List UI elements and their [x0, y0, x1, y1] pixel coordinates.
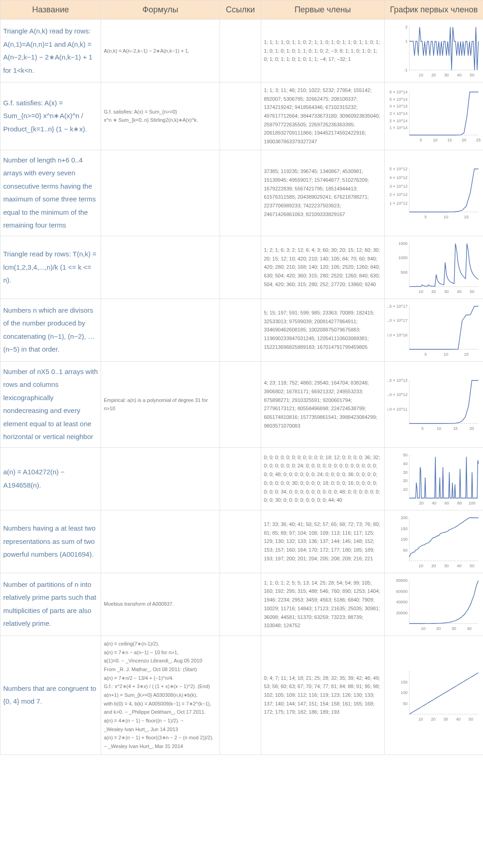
sequence-formula: Moebius transform of A000837.: [101, 573, 220, 635]
header-refs[interactable]: Ссылки: [220, 0, 261, 20]
svg-text:10: 10: [444, 352, 448, 357]
svg-text:40: 40: [457, 564, 462, 568]
table-row: Number of partitions of n into relativel…: [0, 573, 483, 635]
svg-text:10: 10: [419, 717, 423, 722]
sequence-name[interactable]: Triangle read by rows: T(n,k) = lcm(1,2,…: [0, 236, 101, 298]
sequence-terms: 0; 4; 7; 11; 14; 18; 21; 25; 28; 32; 35;…: [261, 635, 385, 754]
sequence-graph: 51015205.0 × 10^111.0 × 10^121.5 × 10^12: [385, 361, 483, 447]
sequence-terms: 17; 33; 36; 40; 41; 50; 52; 57; 65; 68; …: [261, 510, 385, 573]
sequence-terms: 4; 23; 118; 752; 4860; 29540; 164704; 83…: [261, 361, 385, 447]
svg-text:1 × 10^14: 1 × 10^14: [389, 126, 408, 130]
sequence-name[interactable]: Number of length n+6 0..4 arrays with ev…: [0, 150, 101, 236]
sequence-graph: 5101520251 × 10^142 × 10^143 × 10^144 × …: [385, 82, 483, 150]
svg-text:50: 50: [403, 453, 408, 457]
svg-text:100: 100: [469, 501, 476, 505]
svg-text:40: 40: [467, 626, 472, 631]
sequence-formula: [101, 510, 220, 573]
header-graph[interactable]: График первых членов: [385, 0, 483, 20]
table-row: Triangle read by rows: T(n,k) = lcm(1,2,…: [0, 236, 483, 298]
sequence-graph: 204060801001020304050: [385, 447, 483, 510]
svg-text:15: 15: [453, 426, 458, 431]
svg-text:100: 100: [401, 537, 408, 542]
table-row: Number of length n+6 0..4 arrays with ev…: [0, 150, 483, 236]
sequence-refs[interactable]: [220, 510, 261, 573]
svg-text:200: 200: [401, 515, 408, 520]
svg-text:15: 15: [464, 215, 468, 219]
sequence-refs[interactable]: [220, 150, 261, 236]
svg-text:50: 50: [470, 564, 474, 568]
table-row: Numbers that are congruent to {0, 4} mod…: [0, 635, 483, 754]
svg-text:20000: 20000: [396, 610, 408, 615]
svg-text:30: 30: [444, 289, 449, 294]
svg-text:15: 15: [447, 138, 452, 142]
svg-text:10: 10: [444, 215, 448, 219]
svg-text:5: 5: [424, 352, 427, 357]
svg-text:20: 20: [419, 501, 424, 505]
sequence-name[interactable]: G.f. satisfies: A(x) = Sum_{n>=0} x^n∗A(…: [0, 82, 101, 150]
svg-text:1000: 1000: [398, 255, 408, 260]
sequence-formula: [101, 236, 220, 298]
sequence-formula: [101, 298, 220, 361]
svg-text:3 × 10^12: 3 × 10^12: [389, 184, 408, 189]
svg-text:60: 60: [445, 501, 449, 505]
sequence-table: Название Формулы Ссылки Первые члены Гра…: [0, 0, 483, 755]
svg-text:1500: 1500: [398, 241, 408, 246]
sequence-name[interactable]: Numbers n which are divisors of the numb…: [0, 298, 101, 361]
sequence-name[interactable]: Number of partitions of n into relativel…: [0, 573, 101, 635]
svg-text:3 × 10^14: 3 × 10^14: [389, 111, 408, 116]
svg-text:1 × 10^12: 1 × 10^12: [389, 201, 408, 206]
sequence-terms: 1; 2; 1; 6; 3; 2; 12; 6; 4; 3; 60; 30; 2…: [261, 236, 385, 298]
sequence-name[interactable]: Numbers having a at least two representa…: [0, 510, 101, 573]
svg-text:15: 15: [464, 352, 468, 357]
svg-text:40: 40: [456, 717, 461, 722]
svg-text:50: 50: [403, 701, 408, 706]
svg-text:4 × 10^14: 4 × 10^14: [389, 104, 408, 109]
svg-text:5 × 10^14: 5 × 10^14: [389, 97, 408, 102]
svg-text:5: 5: [424, 215, 427, 219]
sequence-refs[interactable]: [220, 573, 261, 635]
svg-text:10: 10: [433, 138, 438, 142]
sequence-terms: 1; 1; 3; 11; 46; 210; 1022; 5232; 27954;…: [261, 82, 385, 150]
svg-text:80: 80: [457, 501, 462, 505]
svg-text:20: 20: [436, 626, 441, 631]
svg-text:30: 30: [403, 470, 408, 474]
header-terms[interactable]: Первые члены: [261, 0, 385, 20]
svg-text:80000: 80000: [396, 578, 408, 583]
sequence-formula: Empirical: a(n) is a polynomial of degre…: [101, 361, 220, 447]
svg-text:500: 500: [401, 270, 408, 275]
sequence-terms: 1; 1; 0; 1; 2; 5; 5; 13; 14; 25; 28; 54;…: [261, 573, 385, 635]
svg-text:20: 20: [431, 717, 435, 722]
sequence-name[interactable]: Numbers that are congruent to {0, 4} mod…: [0, 635, 101, 754]
sequence-refs[interactable]: [220, 82, 261, 150]
svg-text:30: 30: [451, 626, 456, 631]
sequence-terms: 37385; 119235; 396745; 1340867; 4530981;…: [261, 150, 385, 236]
svg-text:30: 30: [444, 717, 448, 722]
sequence-refs[interactable]: [220, 20, 261, 82]
sequence-refs[interactable]: [220, 447, 261, 510]
sequence-refs[interactable]: [220, 236, 261, 298]
svg-text:50: 50: [403, 548, 408, 552]
svg-text:5 × 10^12: 5 × 10^12: [389, 167, 408, 171]
header-formulas[interactable]: Формулы: [101, 0, 220, 20]
table-row: a(n) = A104272(n) − A194658(n).0; 0; 0; …: [0, 447, 483, 510]
sequence-name[interactable]: Triangle A(n,k) read by rows: A(n,1)=A(n…: [0, 20, 101, 82]
sequence-refs[interactable]: [220, 635, 261, 754]
sequence-refs[interactable]: [220, 298, 261, 361]
svg-text:1.5 × 10^17: 1.5 × 10^17: [387, 304, 408, 309]
sequence-refs[interactable]: [220, 361, 261, 447]
svg-text:-1: -1: [404, 68, 408, 72]
table-row: Number of nX5 0..1 arrays with rows and …: [0, 361, 483, 447]
svg-text:2: 2: [405, 25, 408, 29]
svg-text:1.5 × 10^12: 1.5 × 10^12: [387, 378, 408, 383]
svg-text:60000: 60000: [396, 589, 408, 593]
svg-text:5.0 × 10^16: 5.0 × 10^16: [387, 333, 408, 337]
svg-text:20: 20: [462, 138, 466, 142]
svg-text:5.0 × 10^11: 5.0 × 10^11: [387, 407, 408, 412]
table-row: Triangle A(n,k) read by rows: A(n,1)=A(n…: [0, 20, 483, 82]
header-name[interactable]: Название: [0, 0, 101, 20]
sequence-graph: 510151 × 10^122 × 10^123 × 10^124 × 10^1…: [385, 150, 483, 236]
sequence-name[interactable]: Number of nX5 0..1 arrays with rows and …: [0, 361, 101, 447]
sequence-name[interactable]: a(n) = A104272(n) − A194658(n).: [0, 447, 101, 510]
table-row: G.f. satisfies: A(x) = Sum_{n>=0} x^n∗A(…: [0, 82, 483, 150]
svg-text:1: 1: [405, 39, 408, 43]
